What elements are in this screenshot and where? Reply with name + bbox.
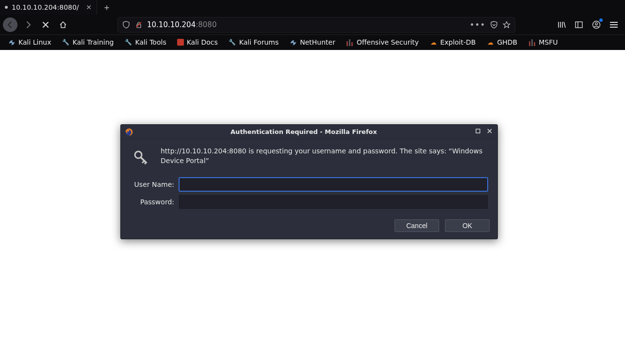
bookmark-item[interactable]: MSFU — [524, 37, 561, 48]
ok-button[interactable]: OK — [445, 219, 490, 232]
password-label: Password: — [131, 198, 174, 206]
toolbar-right — [556, 19, 622, 30]
bookmark-item[interactable]: Offensive Security — [342, 37, 423, 48]
maximize-icon — [476, 129, 480, 133]
shield-icon[interactable] — [122, 20, 131, 29]
red-icon — [177, 39, 184, 46]
close-icon — [487, 129, 492, 133]
bookmark-item[interactable]: Kali Docs — [173, 37, 222, 48]
stop-button[interactable] — [39, 18, 52, 32]
menu-button[interactable] — [609, 19, 619, 30]
bookmark-label: Exploit-DB — [440, 38, 476, 46]
url-host: 10.10.10.204 — [147, 20, 196, 29]
bookmark-label: Kali Training — [72, 38, 114, 46]
page-actions-icon[interactable]: ••• — [470, 21, 486, 29]
bookmark-item[interactable]: NetHunter — [285, 37, 339, 48]
bookmark-item[interactable]: Kali Linux — [4, 37, 55, 48]
arrow-left-icon — [6, 21, 14, 29]
dragon-icon — [289, 38, 297, 46]
home-button[interactable] — [56, 18, 70, 32]
bookmark-label: MSFU — [539, 38, 558, 46]
cancel-button[interactable]: Cancel — [395, 219, 439, 232]
firefox-icon — [125, 128, 133, 136]
bookmark-item[interactable]: 🔧Kali Forums — [225, 37, 282, 48]
dialog-titlebar[interactable]: Authentication Required - Mozilla Firefo… — [121, 125, 497, 139]
url-bar[interactable]: 10.10.10.204:8080 ••• — [117, 17, 515, 33]
arrow-right-icon — [24, 21, 32, 29]
tab-loading-dot — [5, 6, 8, 9]
tab-close-icon[interactable]: ✕ — [86, 3, 92, 11]
dialog-title: Authentication Required - Mozilla Firefo… — [137, 128, 470, 135]
auth-dialog: Authentication Required - Mozilla Firefo… — [120, 124, 498, 239]
tool-icon: 🔧 — [62, 38, 69, 46]
bookmark-label: Offensive Security — [357, 38, 419, 46]
url-text[interactable]: 10.10.10.204:8080 — [147, 20, 466, 29]
bars-icon — [528, 38, 536, 46]
tab-title: 10.10.10.204:8080/ — [12, 3, 82, 11]
account-icon[interactable] — [591, 19, 602, 30]
home-icon — [59, 21, 67, 29]
forward-button[interactable] — [21, 18, 35, 32]
dragon-icon — [8, 38, 16, 46]
back-button[interactable] — [3, 17, 17, 32]
bookmark-label: Kali Linux — [18, 38, 51, 46]
bookmark-item[interactable]: 🔧Kali Tools — [120, 37, 170, 48]
url-port: :8080 — [196, 20, 216, 29]
svg-rect-7 — [476, 129, 480, 133]
pocket-icon[interactable] — [490, 20, 498, 29]
bookmark-item[interactable]: ☁Exploit-DB — [426, 37, 479, 48]
sidebar-icon[interactable] — [574, 19, 584, 30]
bookmark-label: Kali Forums — [239, 38, 279, 46]
bookmarks-bar: Kali Linux🔧Kali Training🔧Kali ToolsKali … — [0, 35, 625, 50]
bookmark-item[interactable]: 🔧Kali Training — [58, 37, 117, 48]
nav-toolbar: 10.10.10.204:8080 ••• — [0, 15, 625, 35]
insecure-icon[interactable] — [134, 20, 143, 29]
bookmark-label: NetHunter — [300, 38, 335, 46]
bookmark-item[interactable]: ☁GHDB — [482, 37, 521, 48]
bookmark-star-icon[interactable] — [502, 20, 511, 29]
orange-icon: ☁ — [486, 38, 494, 46]
svg-point-5 — [595, 22, 598, 25]
key-icon — [131, 146, 151, 169]
new-tab-button[interactable]: ＋ — [100, 0, 114, 14]
dialog-form: User Name: Password: — [121, 171, 497, 215]
bookmark-label: GHDB — [497, 38, 517, 46]
bars-icon — [346, 38, 354, 46]
library-icon[interactable] — [556, 19, 567, 30]
username-input[interactable] — [179, 178, 488, 191]
dialog-maximize-button[interactable] — [474, 129, 482, 135]
bookmark-label: Kali Docs — [187, 38, 218, 46]
dialog-close-button[interactable] — [486, 129, 493, 135]
password-input[interactable] — [179, 195, 488, 209]
tool-icon: 🔧 — [124, 38, 132, 46]
tool-icon: 🔧 — [229, 38, 236, 46]
tab-bar: 10.10.10.204:8080/ ✕ ＋ — [0, 0, 625, 15]
bookmark-label: Kali Tools — [135, 38, 166, 46]
close-icon — [42, 21, 49, 28]
username-label: User Name: — [131, 181, 174, 188]
browser-tab[interactable]: 10.10.10.204:8080/ ✕ — [0, 0, 97, 15]
svg-rect-2 — [576, 22, 582, 28]
orange-icon: ☁ — [429, 38, 437, 46]
dialog-message: http://10.10.10.204:8080 is requesting y… — [161, 146, 488, 169]
hamburger-icon — [610, 20, 618, 29]
